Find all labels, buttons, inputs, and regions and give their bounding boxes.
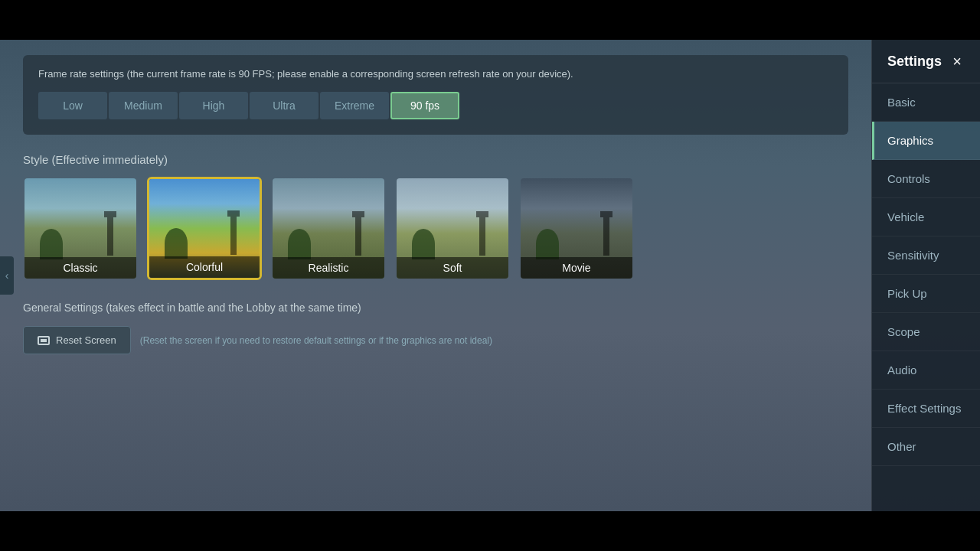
style-section-title: Style (Effective immediately): [23, 153, 848, 166]
style-card-group: Classic Colorful Realistic: [23, 177, 848, 280]
sidebar-item-basic[interactable]: Basic: [872, 83, 980, 122]
tower-decoration-2: [230, 217, 237, 255]
style-card-classic[interactable]: Classic: [23, 177, 138, 280]
sidebar-item-vehicle[interactable]: Vehicle: [872, 198, 980, 236]
style-label-colorful: Colorful: [149, 256, 260, 278]
style-card-movie[interactable]: Movie: [519, 177, 634, 280]
style-card-colorful[interactable]: Colorful: [147, 177, 262, 280]
fps-button-group: Low Medium High Ultra Extreme 90 fps: [38, 92, 833, 119]
general-settings-section: General Settings (takes effect in battle…: [23, 302, 848, 354]
fps-btn-low[interactable]: Low: [38, 92, 107, 119]
frame-rate-description: Frame rate settings (the current frame r…: [38, 67, 833, 81]
style-label-movie: Movie: [521, 257, 632, 279]
frame-rate-section: Frame rate settings (the current frame r…: [23, 55, 848, 135]
tower-decoration-4: [479, 217, 485, 256]
tree-decoration: [40, 229, 63, 259]
sidebar-item-scope[interactable]: Scope: [872, 313, 980, 351]
style-label-realistic: Realistic: [273, 257, 384, 279]
sidebar-item-effect-settings[interactable]: Effect Settings: [872, 390, 980, 428]
style-section: Style (Effective immediately) Classic: [23, 153, 848, 280]
sidebar: Settings × Basic Graphics Controls Vehic…: [871, 40, 980, 511]
tower-decoration-3: [355, 217, 361, 256]
reset-screen-button[interactable]: Reset Screen: [23, 326, 131, 354]
settings-title: Settings: [887, 54, 942, 70]
sidebar-item-other[interactable]: Other: [872, 428, 980, 466]
sidebar-item-graphics[interactable]: Graphics: [872, 122, 980, 160]
tree-decoration-2: [165, 228, 188, 259]
style-label-classic: Classic: [24, 257, 136, 279]
sidebar-item-sensitivity[interactable]: Sensitivity: [872, 236, 980, 275]
tree-decoration-5: [536, 229, 559, 259]
reset-row: Reset Screen (Reset the screen if you ne…: [23, 326, 848, 354]
fps-btn-high[interactable]: High: [179, 92, 248, 119]
close-button[interactable]: ×: [946, 51, 968, 72]
bottom-bar: [0, 511, 980, 551]
top-bar: [0, 0, 980, 40]
settings-header: Settings ×: [872, 40, 980, 83]
content-area: Frame rate settings (the current frame r…: [0, 40, 871, 511]
style-label-soft: Soft: [397, 257, 508, 279]
tree-decoration-4: [412, 229, 435, 259]
tower-decoration: [107, 217, 113, 256]
style-card-soft[interactable]: Soft: [395, 177, 510, 280]
main-container: Frame rate settings (the current frame r…: [0, 40, 980, 511]
reset-screen-hint: (Reset the screen if you need to restore…: [140, 335, 492, 346]
general-settings-title: General Settings (takes effect in battle…: [23, 302, 848, 314]
fps-btn-ultra[interactable]: Ultra: [250, 92, 318, 119]
style-card-realistic[interactable]: Realistic: [271, 177, 386, 280]
reset-screen-icon: [38, 336, 50, 345]
left-edge-arrow[interactable]: ‹: [0, 256, 14, 295]
fps-btn-extreme[interactable]: Extreme: [320, 92, 389, 119]
fps-btn-medium[interactable]: Medium: [109, 92, 178, 119]
sidebar-item-audio[interactable]: Audio: [872, 351, 980, 390]
tower-decoration-5: [603, 217, 609, 256]
tree-decoration-3: [288, 229, 311, 259]
fps-btn-90[interactable]: 90 fps: [390, 92, 459, 119]
sidebar-item-controls[interactable]: Controls: [872, 160, 980, 198]
sidebar-item-pickup[interactable]: Pick Up: [872, 275, 980, 313]
reset-screen-label: Reset Screen: [56, 334, 116, 346]
